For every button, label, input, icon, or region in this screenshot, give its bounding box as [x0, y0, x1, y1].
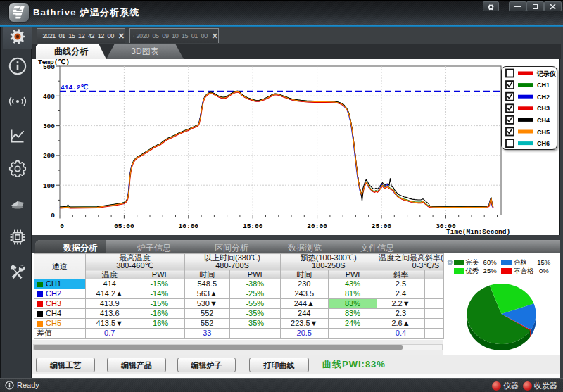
svg-text:500: 500	[43, 63, 55, 71]
svg-text:200: 200	[43, 152, 55, 160]
svg-text:15:00: 15:00	[243, 222, 263, 230]
svg-text:414.2℃: 414.2℃	[61, 84, 89, 91]
svg-text:05:00: 05:00	[114, 222, 134, 230]
svg-text:300: 300	[43, 122, 55, 130]
svg-text:CH6: CH6	[537, 140, 550, 147]
svg-text:Time(Min:Second): Time(Min:Second)	[446, 228, 510, 235]
svg-text:CH5: CH5	[537, 129, 550, 136]
svg-text:记录仪: 记录仪	[536, 70, 556, 77]
svg-text:0: 0	[51, 212, 55, 220]
svg-text:20:00: 20:00	[307, 222, 327, 230]
svg-text:25:00: 25:00	[372, 222, 392, 230]
svg-text:30:00: 30:00	[436, 222, 456, 230]
svg-text:CH4: CH4	[537, 117, 550, 124]
svg-text:CH2: CH2	[537, 94, 550, 101]
svg-text:100: 100	[43, 182, 55, 190]
svg-text:CH3: CH3	[537, 105, 550, 112]
svg-text:400: 400	[43, 93, 55, 101]
svg-text:0: 0	[60, 222, 64, 230]
svg-text:10:00: 10:00	[179, 222, 199, 230]
svg-text:CH1: CH1	[537, 82, 550, 89]
